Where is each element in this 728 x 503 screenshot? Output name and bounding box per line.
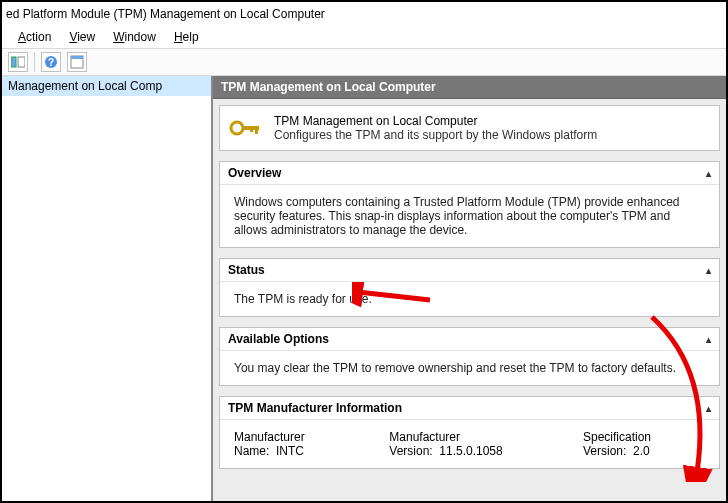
content-pane: TPM Management on Local Computer TPM Man… bbox=[213, 76, 726, 501]
section-status-header[interactable]: Status ▴ bbox=[220, 259, 719, 282]
toolbar: ? bbox=[2, 48, 726, 76]
section-overview-title: Overview bbox=[228, 166, 281, 180]
summary-title: TPM Management on Local Computer bbox=[274, 114, 597, 128]
collapse-caret-icon: ▴ bbox=[706, 403, 711, 414]
key-icon bbox=[228, 114, 264, 142]
collapse-caret-icon: ▴ bbox=[706, 168, 711, 179]
tree-pane: Management on Local Comp bbox=[2, 76, 213, 501]
help-icon: ? bbox=[44, 55, 58, 69]
mfr-name-value: INTC bbox=[276, 444, 304, 458]
svg-rect-9 bbox=[250, 126, 253, 132]
svg-rect-0 bbox=[11, 57, 16, 67]
menu-window[interactable]: Window bbox=[105, 28, 164, 46]
summary-block: TPM Management on Local Computer Configu… bbox=[219, 105, 720, 151]
svg-rect-5 bbox=[71, 56, 83, 59]
window-icon bbox=[70, 55, 84, 69]
section-overview-header[interactable]: Overview ▴ bbox=[220, 162, 719, 185]
section-mfr: TPM Manufacturer Information ▴ Manufactu… bbox=[219, 396, 720, 469]
section-status-body: The TPM is ready for use. bbox=[220, 282, 719, 316]
section-status: Status ▴ The TPM is ready for use. bbox=[219, 258, 720, 317]
svg-rect-1 bbox=[18, 57, 25, 67]
section-overview: Overview ▴ Windows computers containing … bbox=[219, 161, 720, 248]
section-options: Available Options ▴ You may clear the TP… bbox=[219, 327, 720, 386]
svg-rect-8 bbox=[255, 126, 258, 134]
section-mfr-header[interactable]: TPM Manufacturer Information ▴ bbox=[220, 397, 719, 420]
section-mfr-body: Manufacturer Name: INTC Manufacturer Ver… bbox=[220, 420, 719, 468]
spec-version-value: 2.0 bbox=[633, 444, 650, 458]
menu-bar: Action View Window Help bbox=[2, 26, 726, 48]
section-overview-body: Windows computers containing a Trusted P… bbox=[220, 185, 719, 247]
tree-item-tpm[interactable]: Management on Local Comp bbox=[2, 76, 211, 96]
menu-help[interactable]: Help bbox=[166, 28, 207, 46]
toolbar-btn-help[interactable]: ? bbox=[41, 52, 61, 72]
collapse-caret-icon: ▴ bbox=[706, 334, 711, 345]
summary-desc: Configures the TPM and its support by th… bbox=[274, 128, 597, 142]
window-title: ed Platform Module (TPM) Management on L… bbox=[2, 2, 726, 26]
collapse-caret-icon: ▴ bbox=[706, 265, 711, 276]
mmc-window: ed Platform Module (TPM) Management on L… bbox=[0, 0, 728, 503]
svg-text:?: ? bbox=[48, 57, 54, 68]
menu-action[interactable]: Action bbox=[10, 28, 59, 46]
summary-text: TPM Management on Local Computer Configu… bbox=[274, 114, 597, 142]
toolbar-btn-console[interactable] bbox=[8, 52, 28, 72]
section-options-body: You may clear the TPM to remove ownershi… bbox=[220, 351, 719, 385]
body: Management on Local Comp TPM Management … bbox=[2, 76, 726, 501]
content-body: TPM Management on Local Computer Configu… bbox=[213, 99, 726, 485]
section-options-header[interactable]: Available Options ▴ bbox=[220, 328, 719, 351]
content-header: TPM Management on Local Computer bbox=[213, 76, 726, 99]
toolbar-btn-window[interactable] bbox=[67, 52, 87, 72]
panes-icon bbox=[11, 55, 25, 69]
svg-point-6 bbox=[231, 122, 243, 134]
section-status-title: Status bbox=[228, 263, 265, 277]
toolbar-separator bbox=[34, 52, 35, 72]
mfr-version-value: 11.5.0.1058 bbox=[439, 444, 502, 458]
menu-view[interactable]: View bbox=[61, 28, 103, 46]
section-mfr-title: TPM Manufacturer Information bbox=[228, 401, 402, 415]
section-options-title: Available Options bbox=[228, 332, 329, 346]
